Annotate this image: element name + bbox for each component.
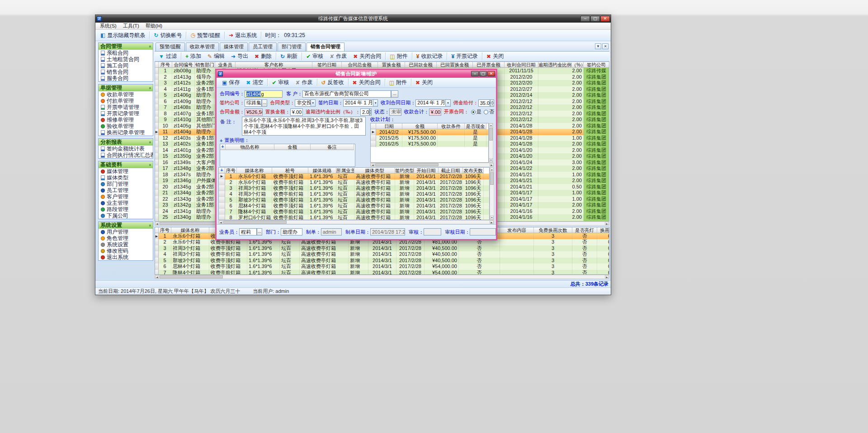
table-row[interactable]: 4祥周3个灯箱收费亭前灯箱1.6*1.39*6坛百高速收费亭灯箱新增2014/3… (155, 251, 609, 258)
tab-0[interactable]: 预警/提醒 (156, 42, 185, 51)
menu-item-0[interactable]: 系统(S) (97, 23, 120, 29)
tab-close-icon[interactable]: ✕ (602, 43, 609, 49)
sidebar-item-invoice-apply[interactable]: 开票申请管理 (99, 104, 153, 110)
tab-4[interactable]: 部门管理 (278, 42, 306, 51)
sign-company-browse-button[interactable]: ... (262, 99, 267, 107)
column-header[interactable]: 所属业主 (336, 168, 354, 174)
attachment-button[interactable]: ◫附件 (386, 78, 410, 87)
sidebar-item-payment-bill[interactable]: 付款单管理 (99, 98, 153, 104)
dialog-media-hscrollbar[interactable]: ◀▶ (218, 220, 494, 224)
sidebar-item-land-lease-contract[interactable]: 土地租赁合同 (99, 56, 153, 62)
table-row[interactable]: 6思林4个灯箱收费亭顶灯箱1.6*1.39*6坛百高速收费亭灯箱新增2014/3… (155, 264, 609, 270)
close-button[interactable]: ✕ (600, 16, 610, 22)
scroll-up-icon[interactable]: ▲ (489, 123, 493, 127)
sidebar-group-header[interactable]: 单据管理« (99, 85, 153, 91)
sidebar-item-subsidiary[interactable]: 下属公司 (99, 212, 153, 219)
sidebar-item-contract-exec-report[interactable]: 合同执行情况汇总表 (99, 152, 153, 158)
alert-reminder-button[interactable]: ◷预警/提醒 (187, 31, 223, 40)
column-header[interactable]: 序号 (225, 168, 237, 174)
scrollbar-thumb[interactable] (490, 172, 494, 185)
column-header[interactable]: 序号 (159, 62, 172, 68)
column-header[interactable]: 媒体类型 (354, 168, 395, 174)
column-header[interactable]: 桩号 (272, 168, 308, 174)
save-button[interactable]: ▣保存 (219, 78, 243, 87)
sidebar-item-road-section[interactable]: 路段管理 (99, 206, 153, 212)
scroll-right-icon[interactable]: ▶ (605, 275, 609, 278)
close-contract-button[interactable]: ✖关闭合同 (349, 78, 384, 87)
column-header[interactable]: 日期 (376, 123, 402, 129)
void-button[interactable]: ✘作废 (292, 78, 316, 87)
dialog-maximize-button[interactable]: ▢ (479, 71, 487, 76)
sidebar-group-header[interactable]: 系统设置« (99, 222, 153, 229)
close-button[interactable]: ✖关闭 (412, 78, 436, 87)
column-header[interactable]: 媒体名称 (237, 168, 272, 174)
dialog-close-button[interactable]: ✕ (487, 71, 495, 76)
sidebar-item-logout[interactable]: 退出系统 (99, 254, 153, 260)
commission-stepper[interactable]: ▲▼ (490, 99, 494, 107)
column-header[interactable]: 签约类型 (395, 168, 414, 174)
dept-input[interactable]: 助理办 (281, 228, 302, 235)
refresh-button[interactable]: ↻刷新 (277, 52, 301, 61)
payment-plan-hscrollbar[interactable]: ◀▶ (370, 163, 494, 167)
column-header[interactable]: 合同总金额 (342, 62, 378, 68)
tab-1[interactable]: 收款单管理 (186, 42, 219, 51)
column-header[interactable]: 合同编号 (172, 62, 195, 68)
sidebar-group-header[interactable]: 分析报表« (99, 139, 153, 146)
media-hscrollbar[interactable]: ◀▶ (155, 275, 609, 279)
table-row[interactable]: 6思林4个灯箱收费亭顶灯箱1.6*1.39*6坛百高速收费亭灯箱新增2014/3… (219, 203, 489, 209)
column-header[interactable]: 收到合同日期 (505, 62, 538, 68)
contract-no-input[interactable]: zl1404g (245, 90, 283, 98)
remark-textarea[interactable]: 永乐6个亭顶,永乐6个亭前,祥周3个亭顶,3个亭前,那坡3个亭顶,思林4个亭顶隆… (242, 117, 366, 136)
column-header[interactable]: 逾期违约金比例（%） (538, 62, 584, 68)
penalty-ratio-stepper[interactable]: ▲▼ (369, 108, 372, 116)
payment-plan-vscrollbar[interactable]: ▲▼ (489, 123, 493, 163)
sign-date-input[interactable]: 2014 年 1 月 27 日 (343, 99, 373, 107)
audit-button[interactable]: ✔审核 (303, 52, 326, 61)
column-header[interactable]: 已回置换金额 (437, 62, 473, 68)
receipt-record-button[interactable]: ¥收款记录 (413, 52, 446, 61)
customer-input[interactable]: 百色市源视广告商贸有限公司 (302, 90, 391, 98)
minimize-button[interactable]: – (580, 16, 590, 22)
column-header[interactable]: 媒体名称 (171, 227, 209, 233)
column-header[interactable]: 置换金额 (378, 62, 405, 68)
column-header[interactable]: 物品名称 (226, 144, 274, 150)
sidebar-item-employee-mgmt[interactable]: 员工管理 (99, 187, 153, 193)
contract-type-dropdown-icon[interactable]: ▼ (311, 99, 316, 107)
invoice-record-button[interactable]: ¥开票记录 (448, 52, 481, 61)
dialog-minimize-button[interactable]: – (471, 71, 479, 76)
tab-3[interactable]: 员工管理 (249, 42, 277, 51)
column-header[interactable]: 免费换画次数 (534, 227, 572, 233)
tab-5[interactable]: 销售合同管理 (307, 42, 344, 51)
swap-add-icon[interactable]: + (220, 138, 222, 143)
receive-date-dropdown-icon[interactable]: ▼ (446, 99, 450, 107)
sidebar-item-customer-mgmt[interactable]: 客户管理 (99, 193, 153, 200)
sidebar-item-owner-mgmt[interactable]: 业主管理 (99, 200, 153, 206)
menu-item-1[interactable]: 工具(T) (120, 23, 142, 29)
exit-system-button[interactable]: ➜退出系统 (226, 31, 260, 40)
close-button[interactable]: ✖关闭 (483, 52, 507, 61)
column-header[interactable]: 已开票金额 (473, 62, 505, 68)
received-sum-input[interactable]: ¥.00 (429, 108, 441, 116)
scroll-right-icon[interactable]: ▶ (605, 222, 609, 225)
salesman-input[interactable]: 程莉 (239, 228, 257, 235)
sidebar-item-user-mgmt[interactable]: 用户管理 (99, 229, 153, 235)
sign-company-input[interactable]: 综路集团 (245, 99, 262, 107)
sidebar-group-header[interactable]: 基础资料« (99, 161, 153, 168)
column-header[interactable]: 业务员 (215, 62, 236, 68)
sidebar-item-construction-contract[interactable]: 施工合同 (99, 62, 153, 69)
scroll-right-icon[interactable]: ▶ (490, 163, 494, 166)
customer-browse-button[interactable]: ... (391, 90, 398, 98)
sidebar-item-media-type[interactable]: 媒体类型 (99, 174, 153, 181)
attachment-button[interactable]: ◫附件 (387, 52, 410, 61)
sidebar-group-header[interactable]: 合同管理« (99, 43, 153, 50)
table-row[interactable]: 5那坡3个灯箱收费亭顶灯箱1.6*1.39*6坛百高速收费亭灯箱新增2014/3… (219, 197, 489, 203)
column-header[interactable]: 发布天数 (463, 168, 484, 174)
close-contract-button[interactable]: ✖关闭合同 (350, 52, 384, 61)
audit-button[interactable]: ✔审核 (269, 78, 292, 87)
sidebar-item-media-mgmt[interactable]: 媒体管理 (99, 168, 153, 174)
export-button[interactable]: ➜导出 (228, 52, 251, 61)
scrollbar-thumb[interactable] (489, 128, 493, 141)
table-row[interactable]: 3祥周3个灯箱收费亭顶灯箱1.6*1.39*6坛百高速收费亭灯箱新增2014/3… (219, 185, 489, 191)
column-header[interactable]: 发布内容 (500, 227, 534, 233)
table-row[interactable]: 4祥周3个灯箱收费亭前灯箱1.6*1.39*6坛百高速收费亭灯箱新增2014/3… (219, 191, 489, 197)
